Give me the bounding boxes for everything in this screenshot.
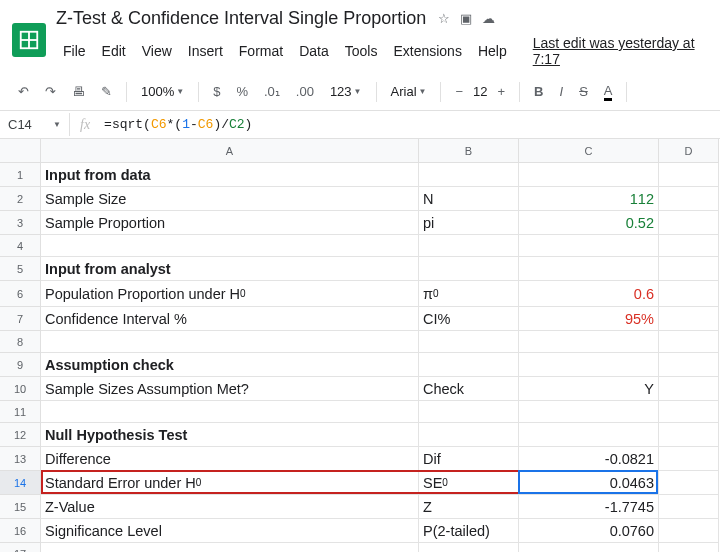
cell-A17[interactable] [41,543,419,552]
cell-D6[interactable] [659,281,719,307]
row-header-8[interactable]: 8 [0,331,41,353]
cell-A5[interactable]: Input from analyst [41,257,419,281]
bold-button[interactable]: B [528,80,549,103]
col-header-D[interactable]: D [659,139,719,163]
cell-A8[interactable] [41,331,419,353]
cell-D11[interactable] [659,401,719,423]
cell-C11[interactable] [519,401,659,423]
col-header-B[interactable]: B [419,139,519,163]
cell-C1[interactable] [519,163,659,187]
cell-B5[interactable] [419,257,519,281]
menu-insert[interactable]: Insert [181,39,230,63]
cell-C10[interactable]: Y [519,377,659,401]
menu-help[interactable]: Help [471,39,514,63]
cell-B1[interactable] [419,163,519,187]
cell-D9[interactable] [659,353,719,377]
cell-D12[interactable] [659,423,719,447]
menu-tools[interactable]: Tools [338,39,385,63]
formula-input[interactable]: =sqrt(C6*(1-C6)/C2) [100,113,256,136]
cell-D3[interactable] [659,211,719,235]
fx-icon[interactable]: fx [70,117,100,133]
cell-D15[interactable] [659,495,719,519]
decrease-decimal-button[interactable]: .0₁ [258,80,286,103]
cell-C6[interactable]: 0.6 [519,281,659,307]
star-icon[interactable]: ☆ [438,11,450,26]
col-header-C[interactable]: C [519,139,659,163]
row-header-11[interactable]: 11 [0,401,41,423]
cell-B3[interactable]: pi [419,211,519,235]
last-edit-link[interactable]: Last edit was yesterday at 7:17 [526,31,708,71]
cell-C5[interactable] [519,257,659,281]
cell-A15[interactable]: Z-Value [41,495,419,519]
cell-C17[interactable] [519,543,659,552]
cell-C3[interactable]: 0.52 [519,211,659,235]
cell-D7[interactable] [659,307,719,331]
cell-B11[interactable] [419,401,519,423]
cell-D17[interactable] [659,543,719,552]
cell-B13[interactable]: Dif [419,447,519,471]
cell-D2[interactable] [659,187,719,211]
cell-A13[interactable]: Difference [41,447,419,471]
cell-B6[interactable]: π0 [419,281,519,307]
cell-A9[interactable]: Assumption check [41,353,419,377]
cell-D5[interactable] [659,257,719,281]
menu-view[interactable]: View [135,39,179,63]
row-header-10[interactable]: 10 [0,377,41,401]
undo-button[interactable]: ↶ [12,80,35,103]
cell-C2[interactable]: 112 [519,187,659,211]
percent-button[interactable]: % [230,80,254,103]
col-header-A[interactable]: A [41,139,419,163]
cell-A1[interactable]: Input from data [41,163,419,187]
cell-D10[interactable] [659,377,719,401]
cell-D13[interactable] [659,447,719,471]
cell-C4[interactable] [519,235,659,257]
cell-C7[interactable]: 95% [519,307,659,331]
font-dropdown[interactable]: Arial▼ [385,80,433,103]
strike-button[interactable]: S [573,80,594,103]
cell-C13[interactable]: -0.0821 [519,447,659,471]
name-box[interactable]: C14▼ [0,113,70,136]
print-button[interactable]: 🖶 [66,80,91,103]
cell-D8[interactable] [659,331,719,353]
increase-decimal-button[interactable]: .00 [290,80,320,103]
cell-A16[interactable]: Significance Level [41,519,419,543]
cell-B8[interactable] [419,331,519,353]
cell-D16[interactable] [659,519,719,543]
cell-B15[interactable]: Z [419,495,519,519]
cell-C9[interactable] [519,353,659,377]
menu-file[interactable]: File [56,39,93,63]
row-header-13[interactable]: 13 [0,447,41,471]
cell-B14[interactable]: SE0 [419,471,519,495]
italic-button[interactable]: I [554,80,570,103]
cell-B9[interactable] [419,353,519,377]
paint-format-button[interactable]: ✎ [95,80,118,103]
text-color-button[interactable]: A [598,79,619,105]
currency-button[interactable]: $ [207,80,226,103]
document-title[interactable]: Z-Test & Confidence Interval Single Prop… [56,8,426,29]
cell-C16[interactable]: 0.0760 [519,519,659,543]
cell-B10[interactable]: Check [419,377,519,401]
cell-C15[interactable]: -1.7745 [519,495,659,519]
fontsize-decrease[interactable]: − [449,80,469,103]
menu-extensions[interactable]: Extensions [386,39,468,63]
cell-B12[interactable] [419,423,519,447]
cell-C12[interactable] [519,423,659,447]
row-header-15[interactable]: 15 [0,495,41,519]
cell-A10[interactable]: Sample Sizes Assumption Met? [41,377,419,401]
row-header-12[interactable]: 12 [0,423,41,447]
row-header-14[interactable]: 14 [0,471,41,495]
zoom-dropdown[interactable]: 100%▼ [135,80,190,103]
cell-D14[interactable] [659,471,719,495]
row-header-4[interactable]: 4 [0,235,41,257]
row-header-5[interactable]: 5 [0,257,41,281]
row-header-16[interactable]: 16 [0,519,41,543]
sheets-logo[interactable] [12,23,46,57]
select-all-corner[interactable] [0,139,41,163]
number-format-dropdown[interactable]: 123▼ [324,80,368,103]
redo-button[interactable]: ↷ [39,80,62,103]
cell-A12[interactable]: Null Hypothesis Test [41,423,419,447]
fontsize-value[interactable]: 12 [473,84,487,99]
cell-B2[interactable]: N [419,187,519,211]
row-header-9[interactable]: 9 [0,353,41,377]
row-header-1[interactable]: 1 [0,163,41,187]
